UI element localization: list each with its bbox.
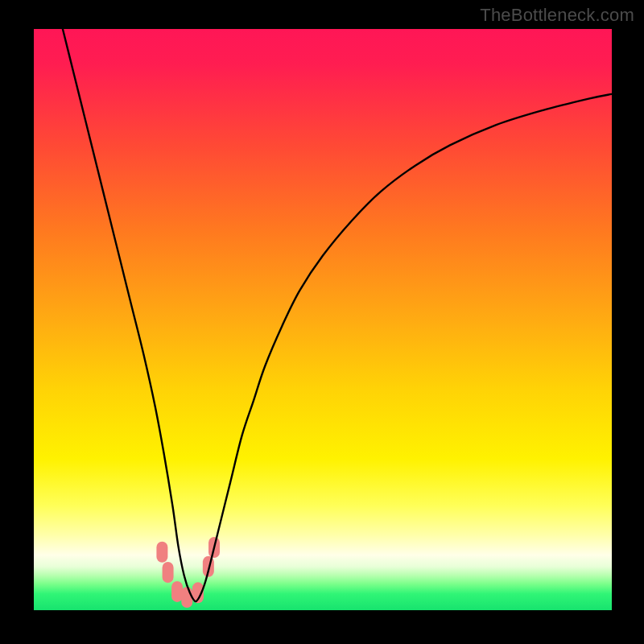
- highlight-dot: [156, 542, 167, 563]
- highlight-dot: [171, 581, 183, 602]
- plot-area: [34, 29, 612, 610]
- chart-frame: TheBottleneck.com: [0, 0, 644, 644]
- highlight-dot: [163, 562, 174, 583]
- watermark-text: TheBottleneck.com: [480, 5, 634, 26]
- highlight-dot: [181, 587, 192, 608]
- bottleneck-chart: [34, 29, 612, 610]
